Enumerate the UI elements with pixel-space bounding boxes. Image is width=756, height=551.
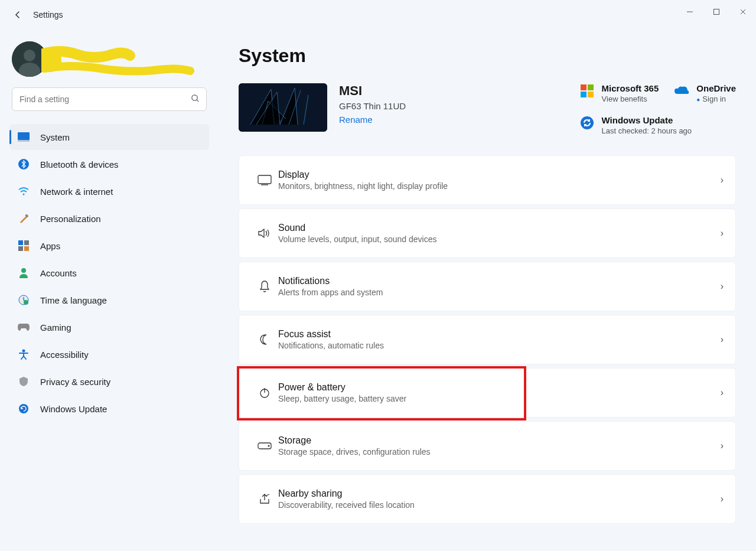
microsoft-365-icon bbox=[579, 83, 595, 99]
item-title: Display bbox=[278, 169, 721, 180]
svg-point-11 bbox=[23, 194, 25, 195]
sidebar-item-gaming[interactable]: Gaming bbox=[9, 314, 209, 340]
gamepad-icon bbox=[18, 321, 30, 333]
svg-point-17 bbox=[21, 268, 26, 273]
minimize-button[interactable] bbox=[676, 0, 703, 24]
sidebar-item-label: Personalization bbox=[40, 214, 101, 224]
profile[interactable] bbox=[12, 41, 207, 77]
redacted-profile-info bbox=[41, 44, 195, 79]
item-title: Nearby sharing bbox=[278, 488, 721, 499]
back-button[interactable] bbox=[7, 4, 28, 25]
microsoft-365-widget[interactable]: Microsoft 365 View benefits bbox=[579, 83, 659, 103]
bell-icon bbox=[251, 280, 278, 293]
system-icon bbox=[18, 131, 30, 143]
sidebar: System Bluetooth & devices Network & int… bbox=[0, 30, 219, 551]
close-button[interactable] bbox=[729, 0, 756, 24]
svg-rect-23 bbox=[581, 84, 586, 90]
chevron-right-icon: › bbox=[721, 387, 724, 398]
onedrive-widget[interactable]: OneDrive ●Sign in bbox=[674, 83, 736, 103]
sidebar-item-accounts[interactable]: Accounts bbox=[9, 260, 209, 286]
settings-item-nearby-sharing[interactable]: Nearby sharingDiscoverability, received … bbox=[239, 474, 736, 524]
sidebar-item-accessibility[interactable]: Accessibility bbox=[9, 341, 209, 367]
svg-rect-9 bbox=[18, 140, 30, 142]
svg-point-6 bbox=[192, 95, 197, 100]
svg-rect-8 bbox=[18, 132, 30, 140]
svg-point-27 bbox=[581, 116, 594, 129]
svg-rect-24 bbox=[588, 84, 594, 90]
moon-icon bbox=[251, 334, 278, 345]
device-wallpaper-thumbnail bbox=[239, 83, 327, 132]
sidebar-item-label: Accounts bbox=[40, 268, 77, 278]
settings-item-sound[interactable]: SoundVolume levels, output, input, sound… bbox=[239, 208, 736, 258]
sidebar-item-system[interactable]: System bbox=[9, 124, 209, 150]
accessibility-icon bbox=[18, 348, 30, 360]
bluetooth-icon bbox=[18, 158, 30, 170]
sidebar-item-time-language[interactable]: Time & language bbox=[9, 287, 209, 313]
device-model: GF63 Thin 11UD bbox=[339, 101, 406, 111]
settings-item-display[interactable]: DisplayMonitors, brightness, night light… bbox=[239, 155, 736, 205]
device-info-block[interactable]: MSI GF63 Thin 11UD Rename bbox=[239, 83, 563, 132]
main-content: System MSI GF63 Thin 11UD Rename Mi bbox=[219, 30, 756, 551]
svg-point-19 bbox=[24, 300, 28, 305]
widget-title: Windows Update bbox=[602, 115, 692, 125]
sidebar-item-apps[interactable]: Apps bbox=[9, 233, 209, 259]
apps-icon bbox=[18, 240, 30, 252]
item-subtitle: Volume levels, output, input, sound devi… bbox=[278, 234, 721, 244]
sound-icon bbox=[251, 227, 278, 239]
search-input[interactable] bbox=[12, 87, 207, 111]
svg-line-7 bbox=[197, 100, 198, 102]
sidebar-item-bluetooth[interactable]: Bluetooth & devices bbox=[9, 151, 209, 177]
paintbrush-icon bbox=[18, 213, 30, 224]
page-title: System bbox=[239, 45, 736, 67]
svg-rect-26 bbox=[588, 92, 594, 97]
sidebar-item-network[interactable]: Network & internet bbox=[9, 178, 209, 204]
svg-rect-13 bbox=[18, 240, 23, 245]
item-subtitle: Storage space, drives, configuration rul… bbox=[278, 447, 721, 457]
storage-icon bbox=[251, 442, 278, 449]
svg-rect-1 bbox=[713, 9, 719, 15]
sidebar-item-label: System bbox=[40, 132, 70, 142]
svg-point-20 bbox=[22, 350, 25, 353]
sidebar-item-label: Bluetooth & devices bbox=[40, 159, 119, 169]
sidebar-item-label: Apps bbox=[40, 241, 60, 251]
windows-update-widget[interactable]: Windows Update Last checked: 2 hours ago bbox=[579, 115, 736, 135]
svg-rect-16 bbox=[24, 246, 29, 251]
svg-rect-15 bbox=[18, 246, 23, 251]
power-icon bbox=[251, 387, 278, 399]
sidebar-item-windows-update[interactable]: Windows Update bbox=[9, 396, 209, 422]
widget-subtitle: View benefits bbox=[602, 94, 659, 103]
svg-point-21 bbox=[19, 404, 28, 413]
chevron-right-icon: › bbox=[721, 175, 724, 185]
sidebar-item-label: Privacy & security bbox=[40, 377, 110, 387]
item-title: Power & battery bbox=[278, 382, 721, 393]
widget-title: Microsoft 365 bbox=[602, 83, 659, 93]
wifi-icon bbox=[18, 185, 30, 197]
sidebar-item-label: Time & language bbox=[40, 295, 107, 305]
rename-link[interactable]: Rename bbox=[339, 115, 406, 125]
item-subtitle: Sleep, battery usage, battery saver bbox=[278, 394, 721, 403]
chevron-right-icon: › bbox=[721, 441, 724, 451]
settings-item-power-battery[interactable]: Power & batterySleep, battery usage, bat… bbox=[239, 368, 736, 418]
svg-point-33 bbox=[268, 445, 270, 447]
item-title: Sound bbox=[278, 223, 721, 233]
item-subtitle: Alerts from apps and system bbox=[278, 288, 721, 297]
sidebar-item-label: Accessibility bbox=[40, 350, 89, 360]
sidebar-item-personalization[interactable]: Personalization bbox=[9, 206, 209, 232]
chevron-right-icon: › bbox=[721, 494, 724, 504]
item-subtitle: Monitors, brightness, night light, displ… bbox=[278, 181, 721, 191]
settings-item-notifications[interactable]: NotificationsAlerts from apps and system… bbox=[239, 262, 736, 311]
chevron-right-icon: › bbox=[721, 228, 724, 239]
chevron-right-icon: › bbox=[721, 281, 724, 292]
update-icon bbox=[18, 403, 30, 415]
onedrive-icon bbox=[674, 83, 689, 99]
settings-item-focus-assist[interactable]: Focus assistNotifications, automatic rul… bbox=[239, 315, 736, 364]
device-name: MSI bbox=[339, 83, 406, 99]
settings-item-storage[interactable]: StorageStorage space, drives, configurat… bbox=[239, 421, 736, 471]
clock-globe-icon bbox=[18, 294, 30, 306]
svg-rect-28 bbox=[258, 175, 271, 184]
search-icon bbox=[191, 94, 200, 105]
sidebar-item-privacy[interactable]: Privacy & security bbox=[9, 369, 209, 394]
item-subtitle: Notifications, automatic rules bbox=[278, 341, 721, 350]
maximize-button[interactable] bbox=[703, 0, 729, 24]
item-subtitle: Discoverability, received files location bbox=[278, 500, 721, 510]
